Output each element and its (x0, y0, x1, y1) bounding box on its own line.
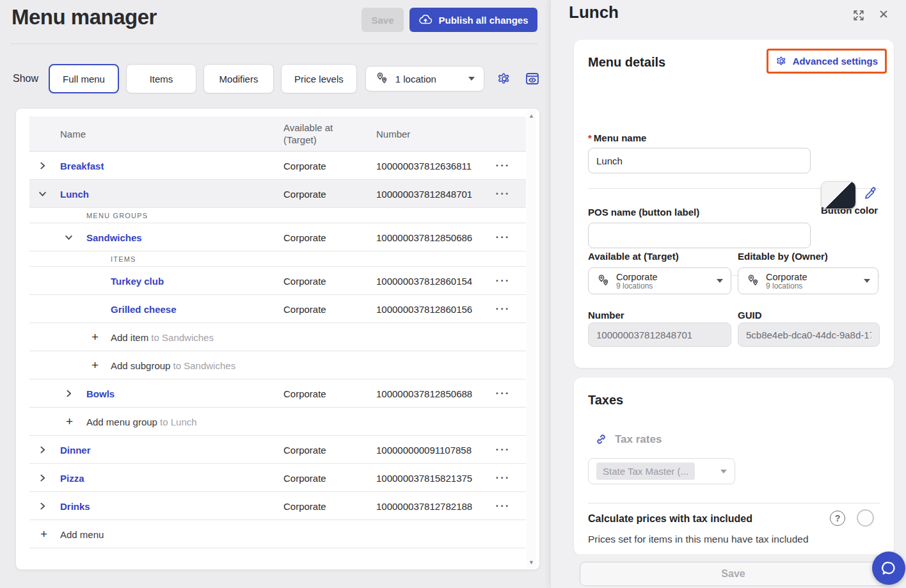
publish-button-label: Publish all changes (438, 15, 528, 26)
tax-rates-row[interactable]: Tax rates (594, 433, 662, 446)
filter-tab-full-menu[interactable]: Full menu (49, 64, 119, 93)
expand-panel-button[interactable] (850, 7, 867, 24)
location-filter-value: 1 location (395, 74, 462, 84)
tax-rates-dropdown[interactable]: State Tax Master (... (588, 458, 735, 484)
entity-name-link[interactable]: Sandwiches (86, 232, 142, 242)
entity-name-link[interactable]: Pizza (60, 472, 84, 483)
guid-input (738, 322, 880, 347)
panel-save-button[interactable]: Save (580, 562, 887, 586)
advanced-settings-label: Advanced settings (793, 56, 878, 67)
scroll-up-icon[interactable]: ▲ (527, 113, 536, 119)
preview-eye-button[interactable] (524, 70, 541, 87)
location-pins-icon (375, 72, 389, 86)
available-at-value: Corporate (616, 272, 711, 282)
location-pins-icon (746, 274, 760, 288)
entity-name-link[interactable]: Bowls (86, 388, 115, 399)
scroll-down-icon[interactable]: ▼ (527, 559, 536, 566)
plus-icon[interactable]: + (40, 527, 47, 541)
table-row: BowlsCorporate100000037812850688··· (29, 379, 526, 408)
kebab-menu-icon[interactable]: ··· (489, 274, 517, 287)
kebab-menu-icon[interactable]: ··· (489, 472, 517, 484)
menu-name-label: *Menu name (588, 132, 646, 143)
filter-tab-price-levels[interactable]: Price levels (281, 64, 357, 93)
chat-support-button[interactable] (872, 552, 905, 585)
chevron-right-icon[interactable] (38, 161, 47, 170)
chevron-down-icon (864, 279, 870, 283)
location-filter-dropdown[interactable]: 1 location (365, 66, 484, 91)
chevron-down-icon[interactable] (38, 189, 47, 198)
tax-rate-chip: State Tax Master (... (596, 463, 695, 480)
entity-name-link[interactable]: Drinks (60, 500, 90, 511)
pos-name-input[interactable] (588, 223, 811, 248)
plus-icon[interactable]: + (91, 358, 99, 372)
table-row: LunchCorporate100000037812848701··· (29, 180, 526, 208)
chevron-right-icon[interactable] (38, 445, 47, 454)
eyedropper-icon[interactable] (863, 186, 878, 201)
divider (588, 503, 880, 504)
section-label: MENU GROUPS (86, 212, 148, 219)
kebab-menu-icon[interactable]: ··· (489, 387, 517, 400)
chevron-down-icon (720, 470, 727, 473)
close-panel-button[interactable]: ✕ (875, 5, 893, 23)
available-at-cell: Corporate (283, 472, 326, 483)
kebab-menu-icon[interactable]: ··· (489, 303, 517, 315)
publish-all-changes-button[interactable]: Publish all changes (409, 8, 537, 32)
show-label: Show (13, 73, 38, 84)
add-action-label: Add item (111, 331, 148, 342)
table-section-row: MENU GROUPS (29, 208, 526, 223)
filter-tab-modifiers[interactable]: Modifiers (203, 64, 274, 93)
menu-table: Name Available at (Target) Number Breakf… (29, 116, 526, 548)
chevron-down-icon[interactable] (65, 233, 73, 241)
menu-details-card: Menu details Advanced settings *Menu nam… (574, 40, 894, 368)
page-title: Menu manager (12, 5, 157, 29)
menu-name-input[interactable] (588, 148, 811, 173)
chevron-right-icon[interactable] (38, 502, 47, 510)
add-action-suffix: to Lunch (157, 416, 197, 427)
plus-icon[interactable]: + (91, 330, 99, 344)
kebab-menu-icon[interactable]: ··· (489, 159, 517, 172)
advanced-settings-link[interactable]: Advanced settings (767, 49, 887, 74)
table-row: +Add item to Sandwiches (29, 323, 526, 351)
add-action-suffix: to Sandwiches (148, 331, 214, 342)
help-question-icon[interactable]: ? (830, 511, 845, 526)
available-at-label: Available at (Target) (588, 251, 679, 262)
table-settings-gear-button[interactable] (496, 70, 513, 87)
add-action[interactable]: Add subgroup to Sandwiches (111, 360, 235, 370)
add-action-suffix: to Sandwiches (170, 360, 235, 370)
table-scrollbar[interactable]: ▲ ▼ (527, 110, 536, 568)
plus-icon[interactable]: + (66, 415, 73, 429)
number-cell: 100000037812850686 (376, 232, 472, 242)
column-header-number: Number (376, 128, 410, 140)
available-at-dropdown[interactable]: Corporate9 locations (588, 267, 731, 294)
entity-name-link[interactable]: Lunch (60, 188, 89, 199)
kebab-menu-icon[interactable]: ··· (489, 231, 517, 244)
chevron-right-icon[interactable] (38, 473, 47, 482)
chevron-down-icon (717, 279, 723, 283)
number-cell: 100000037812636811 (376, 160, 472, 171)
add-action[interactable]: Add menu group to Lunch (86, 416, 197, 427)
menu-table-card: Name Available at (Target) Number Breakf… (16, 109, 539, 569)
header-divider (10, 44, 538, 44)
add-action[interactable]: Add item to Sandwiches (111, 331, 214, 342)
filter-tab-items[interactable]: Items (126, 64, 196, 93)
entity-name-link[interactable]: Breakfast (60, 160, 104, 171)
table-row: +Add subgroup to Sandwiches (29, 351, 526, 379)
save-button[interactable]: Save (362, 8, 404, 32)
add-action[interactable]: Add menu (60, 528, 104, 539)
editable-by-dropdown[interactable]: Corporate9 locations (738, 267, 878, 294)
required-asterisk: * (588, 132, 592, 143)
table-row: SandwichesCorporate100000037812850686··· (29, 223, 526, 251)
entity-name-link[interactable]: Turkey club (111, 275, 164, 286)
button-color-swatch[interactable] (821, 181, 856, 209)
number-cell: 100000037815821375 (376, 472, 472, 483)
available-at-cell: Corporate (283, 444, 326, 455)
chevron-right-icon[interactable] (65, 389, 73, 397)
column-header-name: Name (60, 128, 86, 140)
entity-name-link[interactable]: Dinner (60, 444, 91, 455)
kebab-menu-icon[interactable]: ··· (489, 443, 517, 456)
tax-included-toggle[interactable] (857, 509, 874, 527)
pos-name-label: POS name (button label) (588, 207, 699, 218)
kebab-menu-icon[interactable]: ··· (489, 500, 517, 513)
kebab-menu-icon[interactable]: ··· (489, 187, 517, 200)
entity-name-link[interactable]: Grilled cheese (111, 303, 177, 314)
